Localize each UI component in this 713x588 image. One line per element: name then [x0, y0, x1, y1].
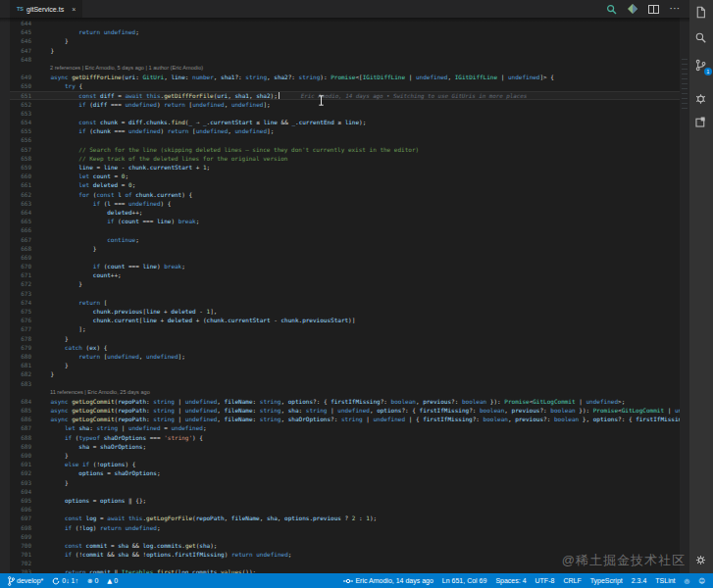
- code-text[interactable]: return [: [36, 298, 680, 307]
- code-line[interactable]: 677 ];: [10, 324, 680, 333]
- code-text[interactable]: const chunk = diff.chunks.find(_ ⇒ _.cur…: [36, 118, 680, 126]
- code-text[interactable]: // Keep track of the deleted lines for t…: [36, 154, 680, 163]
- code-line[interactable]: 691 else if (!options) {: [10, 460, 680, 468]
- line-number[interactable]: 695: [10, 496, 36, 505]
- code-text[interactable]: options = options ‖ {};: [36, 496, 680, 505]
- line-number[interactable]: 701: [10, 550, 36, 559]
- more-actions-icon[interactable]: ···: [670, 6, 681, 12]
- line-number[interactable]: 659: [10, 163, 36, 172]
- line-number[interactable]: 698: [10, 523, 36, 532]
- code-line[interactable]: 654 const chunk = diff.chunks.find(_ ⇒ _…: [10, 118, 680, 126]
- code-text[interactable]: }: [36, 279, 680, 288]
- editor[interactable]: 644645 return undefined;646 }647 }6482 r…: [0, 18, 689, 573]
- line-number[interactable]: 661: [10, 180, 36, 189]
- line-number[interactable]: 683: [10, 379, 36, 388]
- code-line[interactable]: 662 for (const l of chunk.current) {: [10, 190, 680, 199]
- code-text[interactable]: if (diff === undefined) return [undefine…: [36, 100, 680, 109]
- code-text[interactable]: deleted++;: [36, 208, 680, 217]
- code-text[interactable]: [36, 289, 680, 298]
- code-text[interactable]: async getDiffForLine(uri: GitUri, line: …: [36, 73, 680, 81]
- line-number[interactable]: 657: [10, 145, 36, 154]
- line-number[interactable]: 680: [10, 352, 36, 361]
- minimap[interactable]: [680, 18, 689, 573]
- line-number[interactable]: 664: [10, 208, 36, 217]
- line-number[interactable]: [10, 64, 36, 73]
- open-changes-icon[interactable]: [606, 4, 617, 15]
- code-text[interactable]: }: [36, 478, 680, 487]
- split-editor-icon[interactable]: [648, 5, 659, 14]
- code-text[interactable]: catch (ex) {: [36, 343, 680, 352]
- code-line[interactable]: 692 options = shaOrOptions;: [10, 468, 680, 477]
- line-number[interactable]: 677: [10, 324, 36, 333]
- code-text[interactable]: else if (!options) {: [36, 460, 680, 468]
- line-number[interactable]: 692: [10, 468, 36, 477]
- line-number[interactable]: 650: [10, 81, 36, 90]
- code-line[interactable]: 666: [10, 225, 680, 234]
- tab-gitservice-ts[interactable]: TS gitService.ts ×: [10, 0, 82, 18]
- line-number[interactable]: 690: [10, 451, 36, 460]
- line-number[interactable]: 675: [10, 307, 36, 316]
- code-line[interactable]: 675 chunk.previous[line + deleted - 1],: [10, 307, 680, 316]
- code-line[interactable]: 674 return [: [10, 298, 680, 307]
- code-text[interactable]: ];: [36, 324, 680, 333]
- code-line[interactable]: 698 if (!log) return undefined;: [10, 523, 680, 532]
- gitlens-icon[interactable]: [628, 4, 637, 14]
- ts-version-status[interactable]: 2.3.4: [632, 577, 647, 584]
- line-number[interactable]: 691: [10, 460, 36, 468]
- code-text[interactable]: [36, 505, 680, 514]
- code-line[interactable]: 685 async getLogCommit(repoPath: string …: [10, 406, 680, 415]
- line-number[interactable]: [10, 388, 36, 397]
- code-line[interactable]: 656: [10, 135, 680, 144]
- code-line[interactable]: 653: [10, 109, 680, 118]
- code-text[interactable]: // Search for the line (skipping deleted…: [36, 145, 680, 154]
- code-line[interactable]: 669: [10, 253, 680, 262]
- line-number[interactable]: 688: [10, 433, 36, 442]
- line-number[interactable]: 684: [10, 397, 36, 406]
- code-text[interactable]: [36, 135, 680, 144]
- code-line[interactable]: 689 sha = shaOrOptions;: [10, 442, 680, 451]
- code-text[interactable]: sha = shaOrOptions;: [36, 442, 680, 451]
- code-line[interactable]: 655 if (chunk === undefined) return [und…: [10, 126, 680, 135]
- code-line[interactable]: 696: [10, 505, 680, 514]
- indentation-status[interactable]: Spaces: 4: [495, 577, 526, 584]
- code-line[interactable]: 679 catch (ex) {: [10, 343, 680, 352]
- code-text[interactable]: if (count === line) break;: [36, 217, 680, 225]
- line-number[interactable]: 658: [10, 154, 36, 163]
- code-line[interactable]: 676 chunk.current[line + deleted + (chun…: [10, 316, 680, 324]
- line-number[interactable]: 653: [10, 109, 36, 118]
- settings-gear-icon[interactable]: [694, 554, 708, 567]
- code-text[interactable]: }: [36, 361, 680, 369]
- code-line[interactable]: 673: [10, 289, 680, 298]
- line-number[interactable]: 648: [10, 55, 36, 64]
- code-line[interactable]: 665 if (count === line) break;: [10, 217, 680, 225]
- code-text[interactable]: chunk.previous[line + deleted - 1],: [36, 307, 680, 316]
- line-number[interactable]: 697: [10, 514, 36, 522]
- code-text[interactable]: async getLogCommit(repoPath: string | un…: [36, 397, 680, 406]
- line-number[interactable]: 646: [10, 36, 36, 45]
- line-number[interactable]: 647: [10, 46, 36, 55]
- line-number[interactable]: 685: [10, 406, 36, 415]
- code-text[interactable]: [36, 109, 680, 118]
- code-text[interactable]: }: [36, 46, 680, 55]
- line-number[interactable]: 654: [10, 118, 36, 126]
- code-line[interactable]: 699: [10, 532, 680, 541]
- code-text[interactable]: [36, 253, 680, 262]
- code-line[interactable]: 667 continue;: [10, 235, 680, 244]
- code-line[interactable]: 684 async getLogCommit(repoPath: string …: [10, 397, 680, 406]
- code-text[interactable]: let sha: string | undefined = undefined;: [36, 423, 680, 432]
- code-line[interactable]: 693 }: [10, 478, 680, 487]
- code-line[interactable]: 657 // Search for the line (skipping del…: [10, 145, 680, 154]
- code-text[interactable]: continue;: [36, 235, 680, 244]
- code-text[interactable]: [36, 379, 680, 388]
- code-line[interactable]: 694: [10, 487, 680, 496]
- line-number[interactable]: 693: [10, 478, 36, 487]
- code-text[interactable]: const diff = await this.getDiffForFile(u…: [36, 91, 680, 100]
- line-number[interactable]: 663: [10, 199, 36, 208]
- code-line[interactable]: 678 }: [10, 334, 680, 343]
- line-number[interactable]: 668: [10, 244, 36, 253]
- line-number[interactable]: 679: [10, 343, 36, 352]
- close-icon[interactable]: ×: [72, 6, 76, 13]
- code-lens-line[interactable]: 11 references | Eric Amodio, 25 days ago: [10, 388, 680, 397]
- code-line[interactable]: 651 const diff = await this.getDiffForFi…: [10, 91, 680, 100]
- line-number[interactable]: 649: [10, 73, 36, 81]
